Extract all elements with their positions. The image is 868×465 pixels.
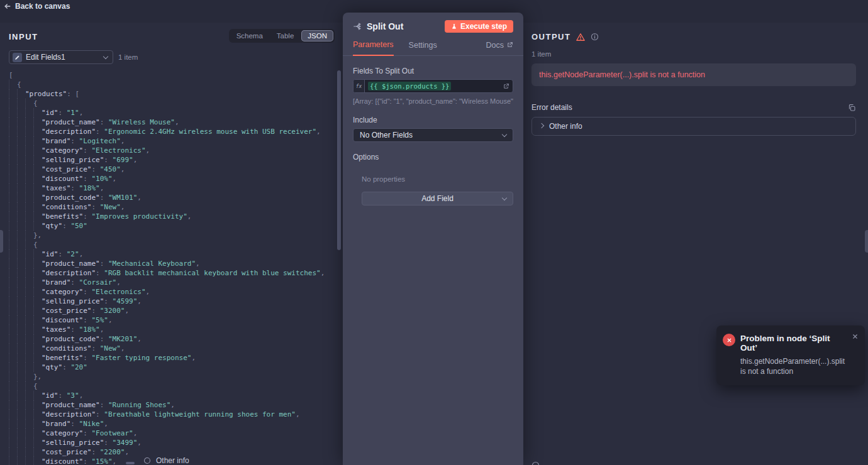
- json-line: [: [9, 70, 337, 80]
- back-to-canvas-label: Back to canvas: [15, 2, 70, 11]
- warning-triangle-icon: [576, 33, 585, 41]
- json-line: "conditions": "New",: [9, 202, 337, 212]
- json-line: "selling_price": "699",: [9, 155, 337, 165]
- json-line: "brand": "Nike",: [9, 419, 337, 429]
- json-line: "cost_price": "3200",: [9, 306, 337, 315]
- fields-to-split-out-input[interactable]: fx {{ $json.products }}: [353, 79, 513, 93]
- input-node-select[interactable]: Edit Fields1: [9, 50, 113, 64]
- output-item-count: 1 item: [531, 50, 856, 58]
- tab-schema[interactable]: Schema: [230, 30, 269, 41]
- chevron-down-icon: [103, 54, 108, 59]
- expand-expression-icon[interactable]: [503, 83, 509, 90]
- vertical-scrollbar[interactable]: [337, 70, 341, 250]
- close-icon[interactable]: [852, 333, 859, 340]
- expression-preview: [Array: [{"id": "1", "product_name": "Wi…: [353, 97, 513, 105]
- toast-message: this.getNodeParameter(...).split is not …: [740, 357, 849, 376]
- error-details-row: Error details: [531, 103, 856, 112]
- json-line: "product_name": "Running Shoes",: [9, 400, 337, 410]
- json-line: "product_code": "MK201",: [9, 334, 337, 344]
- add-field-label: Add Field: [421, 194, 453, 203]
- node-tabs: Parameters Settings Docs: [343, 33, 523, 56]
- json-line: },: [9, 372, 337, 381]
- no-properties-text: No properties: [362, 175, 513, 183]
- output-panel: OUTPUT 1 item this.getNodeParameter(...)…: [523, 23, 868, 465]
- fields-to-split-out-label: Fields To Split Out: [353, 67, 513, 75]
- tab-parameters[interactable]: Parameters: [353, 40, 394, 56]
- output-panel-title: OUTPUT: [531, 32, 570, 41]
- pencil-icon: [13, 53, 22, 62]
- node-header: Split Out Execute step: [343, 13, 523, 33]
- error-details-accordion: Other info: [531, 117, 856, 136]
- clipped-other-info: Other info: [143, 456, 189, 465]
- json-line: "benefits": "Faster typing response",: [9, 353, 337, 363]
- json-line: "description": "Ergonomic 2.4GHz wireles…: [9, 127, 337, 136]
- clipped-bottom-icon: [531, 461, 540, 465]
- back-to-canvas-link[interactable]: Back to canvas: [4, 2, 70, 11]
- include-label: Include: [353, 116, 513, 124]
- json-line: "product_name": "Mechanical Keyboard",: [9, 259, 337, 268]
- json-line: "qty": "20": [9, 363, 337, 372]
- toast-title: Problem in node ‘Split Out’: [740, 334, 856, 353]
- parameters-panel: Fields To Split Out fx {{ $json.products…: [343, 67, 523, 205]
- json-line: "selling_price": "3499",: [9, 438, 337, 447]
- include-selected-value: No Other Fields: [360, 131, 503, 140]
- other-info-label: Other info: [549, 122, 582, 131]
- json-line: "id": "1",: [9, 108, 337, 118]
- json-line: "discount": "10%",: [9, 174, 337, 183]
- left-panel-resize-handle[interactable]: [0, 230, 3, 253]
- clipped-other-info-label: Other info: [156, 456, 189, 465]
- json-line: "category": "Footwear",: [9, 429, 337, 438]
- json-line: "products": [: [9, 89, 337, 99]
- tab-json[interactable]: JSON: [301, 30, 333, 41]
- horizontal-scrollbar[interactable]: [126, 462, 135, 464]
- json-line: {: [9, 99, 337, 108]
- json-line: {: [9, 381, 337, 391]
- error-message: this.getNodeParameter(...).split is not …: [539, 70, 849, 79]
- chevron-right-icon: [539, 123, 544, 128]
- node-title: Split Out: [367, 21, 445, 31]
- info-circle-icon[interactable]: [591, 33, 599, 41]
- tab-table[interactable]: Table: [270, 30, 301, 41]
- error-details-label: Error details: [531, 103, 848, 112]
- json-line: "benefits": "Improves productivity",: [9, 212, 337, 221]
- tab-settings[interactable]: Settings: [409, 41, 437, 55]
- flask-icon: [451, 23, 457, 30]
- docs-link[interactable]: Docs: [486, 41, 513, 55]
- chevron-down-icon: [502, 195, 507, 200]
- json-line: "discount": "5%",: [9, 315, 337, 325]
- expression-value: {{ $json.products }}: [368, 82, 451, 90]
- input-item-count: 1 item: [118, 53, 138, 61]
- input-source-row: Edit Fields1 1 item: [9, 50, 335, 64]
- json-line: "description": "Breathable lightweight r…: [9, 410, 337, 419]
- expression-toggle[interactable]: fx: [353, 80, 365, 92]
- chevron-down-icon: [502, 132, 507, 137]
- right-panel-resize-handle[interactable]: [865, 230, 868, 253]
- json-viewer: [{"products": [{"id": "1","product_name"…: [0, 70, 337, 465]
- execute-step-label: Execute step: [460, 22, 507, 31]
- json-line: "description": "RGB backlit mechanical k…: [9, 268, 337, 278]
- json-line: "conditions": "New",: [9, 344, 337, 353]
- circle-icon: [143, 457, 151, 464]
- json-line: "category": "Electronics",: [9, 287, 337, 297]
- error-circle-icon: [723, 334, 735, 346]
- input-node-name: Edit Fields1: [26, 53, 104, 62]
- json-line: "cost_price": "450",: [9, 165, 337, 174]
- json-line: "taxes": "18%",: [9, 183, 337, 193]
- split-out-node-icon: [353, 22, 362, 31]
- json-line: },: [9, 231, 337, 240]
- error-toast: Problem in node ‘Split Out’ this.getNode…: [716, 326, 865, 385]
- other-info-toggle[interactable]: Other info: [532, 118, 855, 135]
- json-line: "cost_price": "2200",: [9, 447, 337, 457]
- options-label: Options: [353, 153, 513, 161]
- error-message-box: this.getNodeParameter(...).split is not …: [531, 63, 856, 86]
- copy-icon[interactable]: [848, 104, 856, 112]
- json-line: "id": "2",: [9, 249, 337, 259]
- json-line: "brand": "Corsair",: [9, 278, 337, 287]
- external-link-icon: [506, 41, 513, 48]
- include-select[interactable]: No Other Fields: [353, 128, 513, 142]
- add-field-button[interactable]: Add Field: [362, 192, 513, 205]
- node-detail-modal: Split Out Execute step Parameters Settin…: [343, 13, 523, 465]
- output-header: OUTPUT: [531, 32, 856, 41]
- execute-step-button[interactable]: Execute step: [445, 20, 513, 33]
- json-line: {: [9, 80, 337, 89]
